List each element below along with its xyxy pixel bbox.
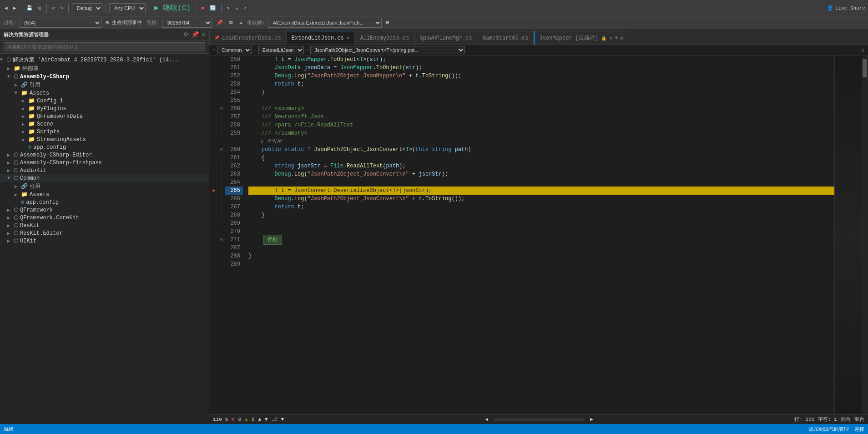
fold-257: │ <box>218 113 225 121</box>
scroll-thumb[interactable] <box>863 59 867 77</box>
step-over-btn[interactable]: ↷ <box>225 4 232 12</box>
live-share-btn[interactable]: 👤 Live Share <box>827 5 865 11</box>
tab-gamestart05[interactable]: GameStart05.cs <box>478 31 534 45</box>
sidebar-header-icons: ⟳ 📌 ✕ <box>184 31 205 38</box>
breadcrumb-method-dropdown[interactable]: JsonPath2Object_JsonConvert<T>(string pa… <box>310 46 465 54</box>
tab-settings-icon[interactable]: ⚙ <box>621 35 623 41</box>
tab-extendlitjson[interactable]: ExtendLitJson.cs ✕ <box>287 31 355 45</box>
sidebar-item-scripts[interactable]: ▶ 📁 Scripts <box>0 128 209 136</box>
branch-dropdown-btn[interactable]: ▼ <box>281 417 284 422</box>
stack-dropdown[interactable]: AllEnemyData ExtendLitJson:JsonPath... <box>268 18 382 28</box>
tab-spawnplanemgr[interactable]: SpawnPlaneMgr.cs <box>415 31 477 45</box>
back-btn[interactable]: ◀ <box>3 4 10 12</box>
connection-btn[interactable]: 连接 <box>854 426 864 433</box>
sidebar-item-assembly-csharp[interactable]: ▼ ⬡ Assembly-CSharp <box>0 73 209 81</box>
streaming-folder-icon: 📁 <box>28 136 35 143</box>
sidebar-item-qframework-corekit[interactable]: ▶ ⬡ QFramework.CoreKit <box>0 214 209 222</box>
summary-box-271[interactable]: 存档 <box>263 235 282 245</box>
sidebar-item-reskit-editor[interactable]: ▶ ⬡ ResKit.Editor <box>0 229 209 237</box>
assembly-firstpass-label: Assembly-CSharp-firstpass <box>20 160 102 166</box>
undo-btn[interactable]: ↩ <box>50 4 57 12</box>
lifecycle-btn[interactable]: ⊞ 生命周期事件 <box>104 18 144 27</box>
warning-triangle-icon: ⚠ <box>245 416 248 422</box>
sidebar-item-scene[interactable]: ▶ 📁 Scene <box>0 120 209 128</box>
sidebar-item-assembly-firstpass[interactable]: ▶ ⬡ Assembly-CSharp-firstpass <box>0 159 209 167</box>
tab-overflow-icon[interactable]: ▼ <box>615 35 618 40</box>
sidebar-item-qframeworkdata[interactable]: ▶ 📁 QFrameworkData <box>0 112 209 120</box>
save-btn[interactable]: 💾 <box>25 4 35 12</box>
tab-jsonmapper[interactable]: JsonMapper [反编译] 🔒 ✕ ▼ ⚙ <box>534 31 628 45</box>
sidebar-item-assembly-editor[interactable]: ▶ ⬡ Assembly-CSharp-Editor <box>0 151 209 159</box>
step-into-btn[interactable]: ↘ <box>233 4 240 12</box>
editor-area: 📌 LoadCreaterData.cs ExtendLitJson.cs ✕ … <box>209 29 868 424</box>
horizontal-scrollbar[interactable] <box>494 418 585 421</box>
sidebar-item-myplugins[interactable]: ▶ 📁 MyPlugins <box>0 105 209 112</box>
fold-271[interactable]: ⊞ <box>218 236 225 244</box>
cpu-dropdown[interactable]: Any CPU <box>109 3 146 13</box>
continue-btn[interactable]: ▶ 继续(C) <box>152 2 192 14</box>
sidebar-item-appconfig1[interactable]: ▶ ⚙ app.config <box>0 143 209 151</box>
vertical-scrollbar[interactable] <box>862 56 868 414</box>
tab-allenemydata[interactable]: AllEnemyData.cs <box>355 31 414 45</box>
scroll-right-btn[interactable]: ▶ <box>590 416 593 422</box>
fwd-btn[interactable]: ▶ <box>11 4 18 12</box>
sidebar-item-audiokit[interactable]: ▶ ⬡ AudioKit <box>0 167 209 174</box>
restart-btn[interactable]: 🔄 <box>208 4 218 12</box>
appconfig2-label: app.config <box>26 199 59 206</box>
redo-btn[interactable]: ↪ <box>59 4 66 12</box>
sidebar-item-appconfig2[interactable]: ▶ ⚙ app.config <box>0 198 209 206</box>
sidebar-item-uikit[interactable]: ▶ ⬡ UIKit <box>0 237 209 245</box>
fold-256[interactable]: ⊟ <box>218 105 225 113</box>
ln-264: 264 <box>225 178 243 187</box>
thread-dropdown[interactable]: 30256704 <box>162 18 212 28</box>
sidebar-sync-icon[interactable]: ⟳ <box>184 31 189 38</box>
nav-up-btn[interactable]: ▲ <box>258 417 261 422</box>
copy-btn[interactable]: ⧉ <box>227 19 235 26</box>
tab-extendlitjson-close[interactable]: ✕ <box>347 35 350 41</box>
sidebar-item-qframework[interactable]: ▶ ⬡ QFramework <box>0 206 209 214</box>
sidebar-item-assets1[interactable]: ▼ 📁 Assets <box>0 89 209 97</box>
sidebar-item-reskit[interactable]: ▶ ⬡ ResKit <box>0 222 209 229</box>
swap-btn[interactable]: ⇄ <box>237 19 244 26</box>
breadcrumb-settings-icon[interactable]: ⚙ <box>861 47 864 53</box>
sidebar-search-input[interactable] <box>4 42 205 51</box>
add-source-btn[interactable]: 添加到源代码管理 <box>809 426 849 433</box>
save-all-btn[interactable]: ⊞ <box>36 4 43 12</box>
sidebar-close-icon[interactable]: ✕ <box>202 31 205 38</box>
gutter-258 <box>209 121 218 129</box>
uikit-arrow: ▶ <box>7 238 14 244</box>
solution-item[interactable]: ▼ ⬡ 解决方案 'AirCombat_4_20230723_2020.3.23… <box>0 56 209 64</box>
fold-260[interactable]: ⊟ <box>218 146 225 154</box>
tab-jsonmapper-close[interactable]: ✕ <box>609 35 612 41</box>
code-line-289 <box>248 260 834 268</box>
qfd-label: QFrameworkData <box>37 113 83 120</box>
sidebar-item-config1[interactable]: ▶ 📁 Config 1 <box>0 97 209 105</box>
gutter-287 <box>209 244 218 252</box>
live-share-icon: 👤 <box>827 5 833 11</box>
sidebar-item-external[interactable]: ▶ 📁 外部源 <box>0 64 209 73</box>
breadcrumb-extend-dropdown[interactable]: ExtendLitJson <box>258 46 304 54</box>
expand-btn[interactable]: ⊞ <box>384 19 391 26</box>
sidebar-item-common[interactable]: ▼ ⬡ Common <box>0 174 209 182</box>
breadcrumb-common-dropdown[interactable]: Common <box>217 46 252 54</box>
nav-down-btn[interactable]: ▼ <box>265 417 268 422</box>
tab-allenemydata-label: AllEnemyData.cs <box>360 35 409 41</box>
scroll-left-btn[interactable]: ◀ <box>485 416 489 422</box>
minimap[interactable] <box>834 56 862 414</box>
sidebar-item-assets2[interactable]: ▶ 📁 Assets <box>0 191 209 198</box>
ln-288: 288 <box>225 252 243 260</box>
sidebar-item-streaming[interactable]: ▶ 📁 StreamingAssets <box>0 136 209 143</box>
sidebar-item-ref1[interactable]: ▶ 🔗 引用 <box>0 81 209 89</box>
code-editor[interactable]: ➤ <box>209 56 868 414</box>
sidebar-pin-icon[interactable]: 📌 <box>192 31 199 38</box>
assembly-firstpass-arrow: ▶ <box>7 160 14 166</box>
sidebar-item-ref2[interactable]: ▶ 🔗 引用 <box>0 182 209 191</box>
pin-btn[interactable]: 📌 <box>215 19 225 26</box>
gutter-262 <box>209 162 218 170</box>
process-dropdown[interactable]: [N/A] <box>20 18 101 28</box>
step-out-btn[interactable]: ↗ <box>242 4 248 12</box>
debug-dropdown[interactable]: Debug <box>72 3 102 13</box>
tab-loadcreaterdata[interactable]: 📌 LoadCreaterData.cs <box>209 31 286 45</box>
code-content[interactable]: T t = JsonMapper.ToObject<T>(str); JsonD… <box>248 56 834 414</box>
stop-btn[interactable]: ■ <box>199 5 206 12</box>
